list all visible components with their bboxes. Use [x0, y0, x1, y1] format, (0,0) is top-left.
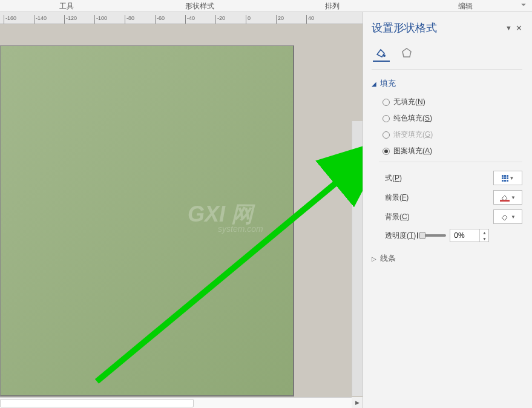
radio-icon [383, 99, 390, 106]
svg-point-2 [383, 54, 386, 57]
panel-title: 设置形状格式 [372, 21, 437, 35]
line-section-header[interactable]: ▷ 线条 [372, 253, 522, 264]
radio-checked-icon [383, 148, 390, 155]
radio-icon [383, 131, 390, 139]
ruler-tick: -60 [155, 15, 185, 24]
ruler-tick: -20 [215, 15, 246, 24]
ruler-tick: -120 [64, 15, 94, 24]
horizontal-scrollbar[interactable] [0, 397, 352, 408]
foreground-label: 前景(F) [385, 192, 409, 203]
fill-gradient-radio: 渐变填充(G) [383, 127, 522, 143]
scroll-right-button[interactable]: ▶ [352, 397, 363, 408]
canvas-area[interactable]: -160 -140 -120 -100 -80 -60 -40 -20 0 20… [0, 12, 363, 408]
ruler-tick: 20 [276, 15, 306, 24]
foreground-color-picker[interactable]: ▼ [493, 190, 522, 205]
vertical-scrollbar-thumb[interactable] [352, 121, 363, 396]
fill-section-label: 填充 [380, 78, 396, 89]
tab-tools[interactable]: 工具 [0, 0, 133, 12]
slider-thumb[interactable] [419, 232, 425, 239]
background-label: 背景(C) [385, 212, 410, 222]
svg-marker-3 [402, 48, 411, 57]
tab-shape-style[interactable]: 形状样式 [133, 0, 266, 12]
horizontal-scrollbar-thumb[interactable] [0, 399, 194, 407]
svg-rect-4 [500, 200, 510, 202]
line-section-label: 线条 [380, 253, 396, 264]
ruler-tick: -140 [34, 15, 64, 24]
fill-solid-radio[interactable]: 纯色填充(S) [383, 110, 522, 127]
ruler-tick: -100 [94, 15, 125, 24]
pattern-grid-icon [502, 175, 508, 182]
fill-pattern-radio[interactable]: 图案填充(A) [383, 143, 522, 159]
ruler-tick: -40 [185, 15, 215, 24]
tab-edit[interactable]: 编辑 [399, 0, 532, 12]
paint-bucket-icon [500, 212, 510, 221]
ruler-tick: 0 [246, 15, 276, 24]
ribbon-tabs: 工具 形状样式 排列 编辑 [0, 0, 532, 12]
transparency-spinner[interactable]: ▲ ▼ [450, 229, 489, 242]
paint-bucket-icon [500, 193, 510, 202]
horizontal-ruler: -160 -140 -120 -100 -80 -60 -40 -20 0 20… [0, 12, 363, 24]
effects-tab-icon[interactable] [398, 45, 415, 62]
spinner-up-icon[interactable]: ▲ [480, 229, 488, 235]
fill-none-radio[interactable]: 无填充(N) [383, 94, 522, 110]
fill-section-header[interactable]: ◢ 填充 [372, 78, 522, 89]
transparency-label: 透明度(T) [385, 231, 416, 241]
vertical-scrollbar[interactable] [352, 121, 363, 396]
transparency-slider[interactable] [419, 234, 446, 237]
pattern-label: 式(P) [385, 173, 402, 183]
watermark-sub: system.com [218, 224, 263, 234]
background-color-picker[interactable]: ▼ [493, 209, 522, 224]
caret-right-icon: ▷ [372, 255, 376, 262]
fill-line-tab-icon[interactable] [373, 45, 390, 62]
radio-icon [383, 115, 390, 122]
format-shape-panel: 设置形状格式 ▼ ✕ ◢ 填充 无填充( [363, 12, 532, 408]
panel-dropdown-icon[interactable]: ▼ [505, 24, 512, 31]
spinner-down-icon[interactable]: ▼ [480, 235, 488, 242]
ruler-tick: 40 [306, 15, 337, 24]
pattern-picker[interactable]: ▼ [493, 171, 522, 185]
ruler-tick: -160 [4, 15, 34, 24]
ruler-tick: -80 [125, 15, 155, 24]
tab-arrange[interactable]: 排列 [266, 0, 399, 12]
panel-close-icon[interactable]: ✕ [516, 24, 522, 33]
transparency-input[interactable] [450, 231, 479, 240]
caret-down-icon: ◢ [372, 81, 376, 87]
